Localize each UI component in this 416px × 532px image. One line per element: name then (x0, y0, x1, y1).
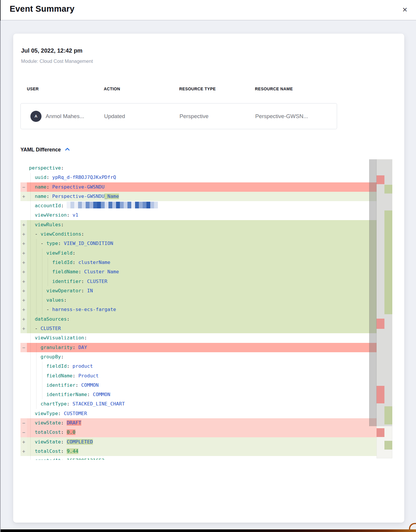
avatar: A (30, 111, 42, 122)
minimap-removed-marker (377, 319, 384, 329)
column-header-resource-type: RESOURCE TYPE (179, 87, 216, 91)
yaml-difference-toggle[interactable]: YAML Difference (20, 147, 70, 153)
diff-line: + - viewConditions: (20, 229, 377, 239)
modal-left-edge (0, 0, 1, 532)
diff-line: + fieldId: clusterName (20, 258, 377, 267)
diff-line: viewVersion: v1 (20, 210, 377, 220)
diff-line: + values: (20, 296, 377, 305)
diff-line: uuid: ypRq_d-fRBOJ7QJKxPDfrQ (20, 173, 377, 182)
diff-line: createdAt: 1657005121653 (20, 456, 377, 460)
minimap-added-marker (384, 406, 392, 424)
modal-header: Event Summary ✕ (0, 0, 416, 20)
diff-line: − granularity: DAY (20, 343, 377, 352)
diff-line: + viewState: COMPLETED (20, 437, 377, 447)
event-module-label: Module: Cloud Cost Management (21, 58, 93, 64)
diff-line: − viewState: DRAFT (20, 418, 377, 428)
row-user: Anmol Mahes... (46, 113, 84, 120)
diff-line: + name: Perspective-GWSNDU_Name (20, 192, 377, 201)
yaml-difference-label: YAML Difference (20, 147, 61, 153)
diff-line: − name: Perspective-GWSNDU (20, 182, 377, 192)
diff-line: groupBy: (20, 352, 377, 362)
diff-minimap[interactable] (377, 159, 392, 458)
page-title: Event Summary (10, 4, 75, 14)
column-header-action: ACTION (104, 87, 120, 91)
diff-line: identifier: COMMON (20, 381, 377, 390)
diff-line: accountId: (20, 201, 377, 210)
minimap-removed-marker (377, 175, 384, 184)
minimap-removed-marker (377, 428, 384, 437)
diff-line: + totalCost: 9.44 (20, 447, 377, 456)
row-action: Updated (104, 113, 125, 120)
minimap-removed-marker (377, 386, 384, 403)
background-window-corner (409, 523, 416, 529)
diff-line: + - type: VIEW_ID_CONDITION (20, 239, 377, 248)
bottom-screen-edge (0, 529, 416, 532)
minimap-added-marker (384, 210, 392, 314)
yaml-diff-viewer: perspective: uuid: ypRq_d-fRBOJ7QJKxPDfr… (20, 163, 377, 460)
diff-scrollbar-slider[interactable] (369, 159, 377, 426)
diff-line: + viewOperator: IN (20, 286, 377, 296)
minimap-added-marker (384, 441, 392, 450)
diff-line: + dataSources: (20, 315, 377, 324)
diff-line: + identifier: CLUSTER (20, 277, 377, 286)
diff-line: viewType: CUSTOMER (20, 409, 377, 418)
diff-line: − totalCost: 0.0 (20, 428, 377, 437)
column-header-resource-name: RESOURCE NAME (255, 87, 293, 91)
table-row: A Anmol Mahes... Updated Perspective Per… (20, 103, 337, 129)
diff-line: perspective: (20, 163, 377, 173)
event-timestamp: Jul 05, 2022, 12:42 pm (21, 47, 82, 54)
chevron-up-icon[interactable] (61, 147, 70, 153)
diff-line: chartType: STACKED_LINE_CHART (20, 399, 377, 409)
row-resource-type: Perspective (179, 113, 208, 120)
diff-line: fieldName: Product (20, 371, 377, 381)
event-summary-modal: Event Summary ✕ Jul 05, 2022, 12:42 pm M… (0, 0, 416, 532)
diff-line: viewVisualization: (20, 333, 377, 343)
diff-line: + viewRules: (20, 220, 377, 229)
diff-line: + - CLUSTER (20, 324, 377, 333)
diff-line: + viewField: (20, 248, 377, 258)
column-header-user: USER (27, 87, 39, 91)
diff-line: identifierName: COMMON (20, 390, 377, 399)
diff-line: + - harness-se-ecs-fargate (20, 305, 377, 314)
diff-line: + fieldName: Cluster Name (20, 267, 377, 277)
minimap-added-marker (384, 185, 392, 194)
row-resource-name: Perspective-GWSN... (255, 113, 308, 120)
close-icon[interactable]: ✕ (400, 5, 410, 15)
redacted-value (67, 202, 158, 208)
diff-line: fieldId: product (20, 362, 377, 371)
